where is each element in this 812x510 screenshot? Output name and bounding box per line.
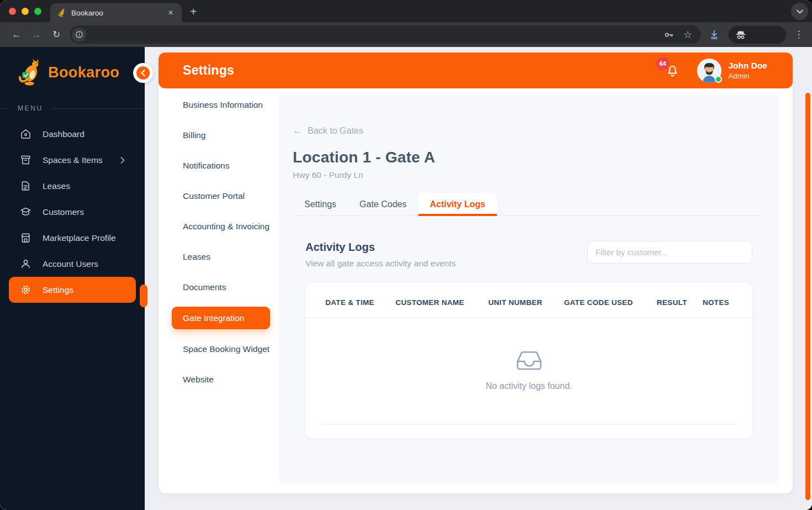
sidebar-item-label: Account Users [43, 259, 98, 269]
browser-toolbar: ← → ↻ ☆ ⋮ [0, 22, 812, 47]
browser-menu-icon[interactable]: ⋮ [792, 29, 805, 40]
settings-active-notch [140, 285, 147, 307]
zoom-window-button[interactable] [34, 8, 41, 15]
sidebar: Bookaroo MENU Dashboard Spaces & Items [0, 47, 145, 510]
chevron-left-icon [136, 66, 150, 80]
user-name: John Doe [728, 61, 767, 71]
chevron-down-icon [797, 9, 803, 14]
incognito-icon [735, 30, 747, 40]
settings-nav-documents[interactable]: Documents [159, 281, 279, 293]
sidebar-item-marketplace-profile[interactable]: Marketplace Profile [9, 225, 136, 251]
gate-tabs: Settings Gate Codes Activity Logs [293, 193, 765, 216]
document-icon [20, 180, 31, 192]
col-notes: NOTES [703, 283, 752, 318]
tab-title: Bookaroo [71, 9, 103, 17]
tab-favicon-kangaroo-icon [57, 8, 66, 17]
empty-state-row: No activity logs found. [305, 318, 752, 425]
col-unit-number: UNIT NUMBER [488, 283, 564, 318]
home-icon [20, 128, 31, 140]
bookmark-star-icon[interactable]: ☆ [681, 28, 694, 41]
activity-logs-section: Activity Logs View all gate access activ… [305, 241, 752, 438]
sidebar-item-customers[interactable]: Customers [9, 199, 136, 225]
box-icon [20, 154, 31, 166]
gate-title: Location 1 - Gate A [293, 149, 765, 166]
activity-logs-table: DATE & TIME CUSTOMER NAME UNIT NUMBER GA… [305, 283, 752, 424]
address-bar[interactable]: ☆ [70, 25, 701, 44]
user-icon [20, 258, 31, 270]
tab-overflow-button[interactable] [791, 3, 808, 20]
settings-nav-accounting-invoicing[interactable]: Accounting & Invoicing [159, 220, 279, 233]
brand-logo[interactable]: Bookaroo [0, 47, 145, 87]
section-title: Activity Logs [305, 241, 456, 254]
new-tab-button[interactable]: + [185, 3, 202, 20]
back-button[interactable]: ← [8, 27, 25, 43]
empty-state-text: No activity logs found. [486, 381, 572, 391]
tab-gate-codes[interactable]: Gate Codes [348, 193, 418, 215]
sidebar-item-label: Customers [43, 207, 84, 217]
user-meta: John Doe Admin [728, 61, 767, 80]
chevron-right-icon [120, 157, 125, 164]
settings-panel: Settings 64 [159, 52, 793, 493]
close-window-button[interactable] [9, 8, 16, 15]
col-customer-name: CUSTOMER NAME [396, 283, 488, 318]
empty-inbox-icon [516, 351, 542, 370]
incognito-profile-pill[interactable] [729, 26, 786, 44]
sidebar-item-dashboard[interactable]: Dashboard [9, 121, 136, 147]
settings-nav-space-booking-widget[interactable]: Space Booking Widget [159, 343, 279, 355]
back-to-gates-link[interactable]: ← Back to Gates [293, 126, 765, 136]
activity-logs-table-card: DATE & TIME CUSTOMER NAME UNIT NUMBER GA… [305, 283, 752, 438]
section-subtitle: View all gate access activity and events [305, 259, 456, 269]
online-status-dot [715, 76, 722, 83]
forward-button[interactable]: → [28, 27, 45, 43]
kangaroo-logo-icon [19, 58, 42, 87]
app-viewport: Bookaroo MENU Dashboard Spaces & Items [0, 47, 812, 510]
sidebar-item-label: Marketplace Profile [43, 233, 116, 243]
tab-close-icon[interactable]: ✕ [165, 7, 176, 18]
page-scrollbar[interactable] [805, 93, 810, 500]
settings-nav-leases[interactable]: Leases [159, 250, 279, 263]
sidebar-item-label: Settings [43, 285, 73, 295]
gear-icon [20, 284, 31, 296]
back-link-label: Back to Gates [308, 126, 363, 136]
settings-nav-business-information[interactable]: Business Information [159, 98, 279, 111]
traffic-lights [0, 0, 50, 22]
settings-nav-gate-integration[interactable]: Gate Integration [172, 307, 270, 329]
notification-badge: 64 [656, 57, 669, 70]
settings-sub-nav: Business Information Billing Notificatio… [159, 98, 279, 386]
site-info-icon[interactable] [72, 28, 86, 42]
settings-nav-notifications[interactable]: Notifications [159, 159, 279, 172]
sidebar-item-settings[interactable]: Settings [9, 277, 136, 303]
settings-nav-billing[interactable]: Billing [159, 129, 279, 141]
sidebar-item-account-users[interactable]: Account Users [9, 251, 136, 277]
browser-tab-bookaroo[interactable]: Bookaroo ✕ [50, 3, 182, 22]
settings-nav-website[interactable]: Website [159, 373, 279, 386]
passwords-key-icon[interactable] [662, 28, 676, 41]
browser-window: Bookaroo ✕ + ← → ↻ ☆ ⋮ [0, 0, 812, 510]
brand-name: Bookaroo [48, 64, 119, 81]
gate-address: Hwy 60 - Purdy Ln [293, 170, 765, 180]
minimize-window-button[interactable] [22, 8, 29, 15]
back-arrow-icon: ← [293, 126, 302, 136]
menu-section-label: MENU [0, 104, 145, 112]
col-gate-code-used: GATE CODE USED [564, 283, 657, 318]
filter-customer-input[interactable] [587, 241, 752, 264]
reload-button[interactable]: ↻ [48, 27, 65, 43]
downloads-icon[interactable] [706, 27, 723, 43]
section-heading: Activity Logs View all gate access activ… [305, 241, 456, 269]
customers-icon [20, 206, 31, 218]
sidebar-item-label: Dashboard [43, 129, 85, 139]
user-avatar[interactable] [697, 59, 721, 83]
empty-state: No activity logs found. [319, 318, 739, 424]
sidebar-collapse-button[interactable] [133, 63, 153, 83]
sidebar-nav: Dashboard Spaces & Items Leases Customer… [0, 121, 145, 303]
tab-activity-logs[interactable]: Activity Logs [418, 193, 497, 215]
sidebar-item-spaces-items[interactable]: Spaces & Items [9, 147, 136, 173]
sidebar-item-leases[interactable]: Leases [9, 173, 136, 199]
tab-settings[interactable]: Settings [293, 193, 348, 215]
notifications-button[interactable]: 64 [665, 63, 681, 78]
gate-detail-panel: ← Back to Gates Location 1 - Gate A Hwy … [279, 94, 779, 483]
col-result: RESULT [657, 283, 703, 318]
settings-nav-customer-portal[interactable]: Customer Portal [159, 190, 279, 202]
sidebar-item-label: Spaces & Items [43, 155, 103, 165]
browser-tabstrip: Bookaroo ✕ + [0, 0, 812, 22]
